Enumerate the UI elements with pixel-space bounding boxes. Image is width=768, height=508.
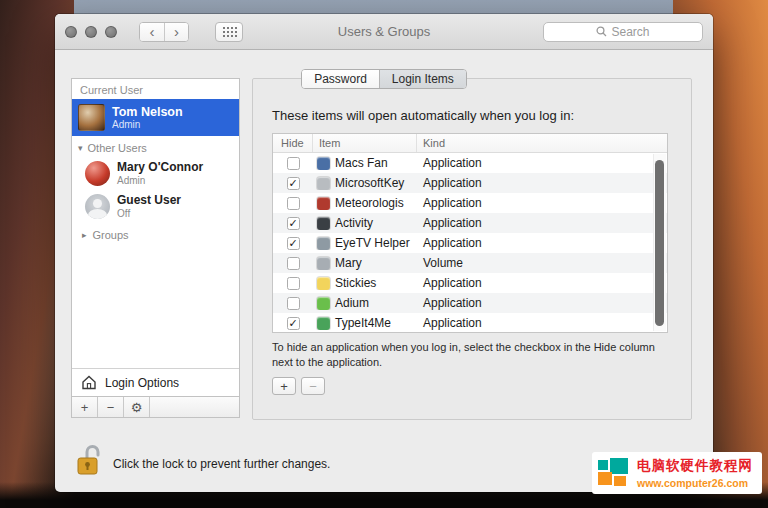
scrollbar-thumb[interactable]	[655, 160, 664, 326]
column-header-kind[interactable]: Kind	[417, 134, 667, 152]
search-field[interactable]: Search	[543, 22, 703, 42]
meteorologist-icon	[317, 197, 330, 210]
login-items-intro-text: These items will open automatically when…	[272, 108, 682, 123]
stickies-icon	[317, 277, 330, 290]
hide-checkbox[interactable]	[287, 297, 300, 310]
mary-avatar	[85, 161, 110, 186]
guest-avatar	[85, 194, 110, 219]
scrollbar-track[interactable]	[653, 154, 666, 331]
sidebar-item-tom-nelson[interactable]: Tom Nelson Admin	[72, 99, 239, 136]
tom-nelson-avatar	[78, 104, 105, 131]
lock-icon[interactable]	[75, 443, 105, 477]
tab-login-items[interactable]: Login Items	[379, 70, 466, 88]
login-item-row[interactable]: ✓ Activity Application	[273, 213, 667, 233]
search-icon	[596, 26, 607, 37]
hide-checkbox[interactable]: ✓	[287, 177, 300, 190]
nav-buttons: ‹ ›	[139, 22, 189, 42]
login-options-label: Login Options	[105, 376, 179, 390]
other-users-disclosure[interactable]: ▾ Other Users	[72, 136, 239, 157]
login-item-name: MicrosoftKey	[335, 176, 404, 190]
login-item-row[interactable]: Mary Volume	[273, 253, 667, 273]
column-header-item[interactable]: Item	[313, 134, 417, 152]
login-item-row[interactable]: ✓ TypeIt4Me Application	[273, 313, 667, 333]
adium-icon	[317, 297, 330, 310]
show-all-button[interactable]	[215, 22, 243, 42]
login-item-name: EyeTV Helper	[335, 236, 410, 250]
guest-role: Off	[117, 208, 181, 220]
login-item-row[interactable]: Meteorologis Application	[273, 193, 667, 213]
current-user-name: Tom Nelson	[112, 105, 183, 119]
login-item-kind: Application	[417, 236, 667, 250]
mary-name: Mary O'Connor	[117, 161, 203, 175]
watermark-url: www.computer26.com	[637, 477, 753, 489]
search-placeholder: Search	[611, 25, 649, 39]
volume-icon	[317, 257, 330, 270]
forward-button[interactable]: ›	[164, 23, 188, 41]
hide-checkbox[interactable]	[287, 257, 300, 270]
sidebar-item-guest-user[interactable]: Guest User Off	[72, 190, 239, 223]
login-items-table: Hide Item Kind Macs Fan Application ✓ Mi…	[272, 133, 668, 333]
back-button[interactable]: ‹	[140, 23, 164, 41]
login-item-name: Activity	[335, 216, 373, 230]
watermark-badge: 电脑软硬件教程网 www.computer26.com	[592, 452, 762, 494]
user-actions-gear-button[interactable]: ⚙	[124, 397, 150, 417]
add-user-button[interactable]: +	[72, 397, 98, 417]
login-item-row[interactable]: ✓ MicrosoftKey Application	[273, 173, 667, 193]
tab-bar: Password Login Items	[55, 69, 713, 89]
login-item-row[interactable]: ✓ EyeTV Helper Application	[273, 233, 667, 253]
remove-login-item-button[interactable]: −	[301, 377, 325, 395]
tab-password[interactable]: Password	[302, 70, 379, 88]
login-item-row[interactable]: Macs Fan Application	[273, 153, 667, 173]
add-login-item-button[interactable]: +	[272, 377, 296, 395]
login-items-table-body: Macs Fan Application ✓ MicrosoftKey Appl…	[273, 153, 667, 333]
login-item-name: Macs Fan	[335, 156, 388, 170]
login-item-kind: Application	[417, 156, 667, 170]
hide-checkbox[interactable]: ✓	[287, 237, 300, 250]
login-item-name: Stickies	[335, 276, 376, 290]
login-item-kind: Application	[417, 216, 667, 230]
eyetv-helper-icon	[317, 237, 330, 250]
sidebar-item-mary-oconnor[interactable]: Mary O'Connor Admin	[72, 157, 239, 190]
window-titlebar: ‹ › Users & Groups Search	[55, 14, 713, 50]
triangle-right-icon: ▸	[82, 230, 87, 240]
window-controls	[65, 26, 117, 38]
hide-checkbox[interactable]	[287, 277, 300, 290]
login-options-item[interactable]: Login Options	[72, 368, 239, 396]
login-item-kind: Application	[417, 176, 667, 190]
hide-help-text: To hide an application when you log in, …	[272, 340, 674, 370]
current-user-role: Admin	[112, 119, 183, 131]
home-icon	[81, 375, 97, 390]
remove-user-button[interactable]: −	[98, 397, 124, 417]
macs-fan-icon	[317, 157, 330, 170]
hide-checkbox[interactable]: ✓	[287, 217, 300, 230]
users-groups-window: ‹ › Users & Groups Search Current User T…	[55, 14, 713, 492]
login-item-kind: Application	[417, 196, 667, 210]
triangle-down-icon: ▾	[78, 143, 83, 153]
login-item-add-remove: + −	[272, 377, 325, 395]
hide-checkbox[interactable]	[287, 197, 300, 210]
hide-checkbox[interactable]	[287, 157, 300, 170]
login-item-kind: Volume	[417, 256, 667, 270]
other-users-label: Other Users	[88, 142, 147, 154]
zoom-button[interactable]	[105, 26, 117, 38]
close-button[interactable]	[65, 26, 77, 38]
login-item-name: TypeIt4Me	[335, 316, 391, 330]
login-item-name: Mary	[335, 256, 362, 270]
groups-disclosure[interactable]: ▸ Groups	[72, 224, 239, 245]
login-item-kind: Application	[417, 296, 667, 310]
login-item-name: Adium	[335, 296, 369, 310]
table-header: Hide Item Kind	[273, 134, 667, 153]
column-header-hide[interactable]: Hide	[273, 134, 313, 152]
groups-label: Groups	[93, 229, 129, 241]
window-title: Users & Groups	[338, 24, 430, 39]
login-item-row[interactable]: Stickies Application	[273, 273, 667, 293]
typeit4me-icon	[317, 317, 330, 330]
login-item-row[interactable]: Adium Application	[273, 293, 667, 313]
user-list-sidebar: Current User Tom Nelson Admin ▾ Other Us…	[71, 78, 240, 397]
hide-checkbox[interactable]: ✓	[287, 317, 300, 330]
login-item-name: Meteorologis	[335, 196, 404, 210]
login-item-kind: Application	[417, 316, 667, 330]
show-all-grid-icon	[222, 26, 237, 37]
minimize-button[interactable]	[85, 26, 97, 38]
activity-icon	[317, 217, 330, 230]
